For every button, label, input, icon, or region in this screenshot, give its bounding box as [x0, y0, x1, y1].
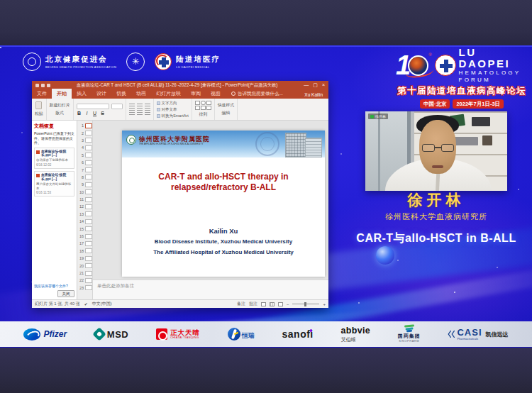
quick-access-toolbar[interactable] — [35, 84, 50, 87]
slide-thumbnail[interactable]: 4 — [77, 144, 92, 151]
letterbox-top — [0, 0, 532, 45]
close-button[interactable]: × — [322, 82, 325, 89]
slide-thumbnail-preview — [85, 285, 92, 290]
slide-thumbnail[interactable]: 10 — [77, 189, 92, 196]
speaker-affiliation: 徐州医科大学血液病研究所 — [358, 211, 514, 222]
bold-button[interactable]: B — [77, 111, 82, 116]
strikethrough-button[interactable]: S — [100, 111, 106, 116]
forum-logo-row: 1 ® LU DAOPEI HEMATOLOGY FORUM — [396, 47, 528, 84]
slide-thumbnail[interactable]: 17 — [77, 240, 92, 247]
slide-thumbnail[interactable]: 13 — [77, 211, 92, 218]
slide-thumbnail[interactable]: 15 — [77, 225, 92, 232]
tab-开始[interactable]: 开始 — [52, 89, 72, 99]
tab-切换[interactable]: 切换 — [111, 89, 131, 99]
slide-thumbnail-number: 7 — [79, 168, 84, 172]
tab-插入[interactable]: 插入 — [72, 89, 92, 99]
slide-thumbnail[interactable]: 22 — [77, 277, 92, 284]
tab-幻灯片放映[interactable]: 幻灯片放映 — [151, 89, 186, 99]
tab-动画[interactable]: 动画 — [131, 89, 151, 99]
slide-thumbnail[interactable]: 18 — [77, 248, 92, 255]
recovery-close-button[interactable]: 关闭 — [57, 290, 74, 297]
sinopharm-logo-icon — [404, 325, 415, 333]
slides-group: 新建幻灯片 版式 — [47, 99, 74, 120]
quick-styles-button[interactable]: 快速样式 — [218, 102, 234, 109]
align-text-button[interactable]: 对齐文本 — [157, 107, 189, 112]
language-indicator[interactable]: 中文(中国) — [92, 301, 112, 307]
slide-thumbnail[interactable]: 23 — [77, 284, 92, 292]
align-right-icon[interactable] — [145, 110, 150, 115]
reading-view-icon[interactable] — [278, 302, 283, 306]
slide-thumbnail[interactable]: 6 — [77, 159, 92, 166]
hengrui-name: 恒瑞 — [242, 331, 255, 341]
tab-设计[interactable]: 设计 — [92, 89, 111, 99]
recovery-help-link[interactable]: 我应该保存哪个文件? — [34, 284, 74, 288]
slide-thumbnail[interactable]: 5 — [77, 152, 92, 159]
slide-thumbnail[interactable]: 11 — [77, 196, 92, 203]
notes-pane[interactable]: 单击此处添加备注 — [93, 279, 328, 299]
slide-thumbnail-preview — [85, 138, 92, 143]
undo-icon[interactable] — [35, 84, 39, 87]
font-name-combobox[interactable] — [77, 104, 109, 109]
slide-thumbnail[interactable]: 14 — [77, 218, 92, 225]
slide-canvas[interactable]: 徐州医科大学附属医院 THE AFFILIATED HOSPITAL OF XU… — [122, 131, 325, 277]
slide-thumbnail[interactable]: 7 — [77, 166, 92, 173]
shapes-gallery[interactable] — [195, 101, 211, 110]
slide-thumbnail-preview — [85, 211, 92, 216]
numbered-list-icon[interactable] — [137, 104, 143, 109]
edit-group-label[interactable]: 编辑 — [218, 110, 234, 116]
new-slide-button[interactable]: 新建幻灯片 — [50, 102, 70, 109]
minimize-button[interactable]: — — [304, 82, 309, 89]
slide-thumbnail-preview — [85, 197, 92, 202]
slide-sorter-view-icon[interactable] — [270, 302, 275, 306]
slide-thumbnail[interactable]: 20 — [77, 262, 92, 269]
slide-thumbnail[interactable]: 12 — [77, 203, 92, 210]
comments-toggle-button[interactable]: 批注 — [249, 301, 257, 307]
layout-button[interactable]: 版式 — [50, 110, 70, 116]
zoom-in-button[interactable]: + — [323, 302, 326, 306]
slide-thumbnail[interactable]: 1 — [77, 122, 92, 129]
paste-icon[interactable] — [35, 101, 42, 109]
smartart-button[interactable]: 转换为SmartArt — [157, 114, 189, 118]
slide-thumbnail[interactable]: 8 — [77, 174, 92, 181]
paste-label[interactable]: 粘贴 — [35, 111, 43, 117]
msd-logo-icon — [92, 327, 106, 341]
italic-button[interactable]: I — [84, 111, 90, 116]
zoom-slider-thumb[interactable] — [304, 302, 306, 306]
spellcheck-icon[interactable]: ✔ — [84, 301, 88, 306]
slide-thumbnail-panel[interactable]: 1234567891011121314151617181920212223 — [77, 121, 93, 299]
save-icon[interactable] — [41, 84, 45, 87]
align-center-icon[interactable] — [137, 110, 143, 115]
text-direction-button[interactable]: 文字方向 — [157, 101, 189, 106]
zoom-slider[interactable] — [292, 304, 319, 304]
normal-view-icon[interactable] — [261, 302, 266, 306]
notes-toggle-button[interactable]: 备注 — [237, 301, 245, 307]
arrange-button[interactable]: 排列 — [195, 111, 211, 118]
slide-thumbnail[interactable]: 16 — [77, 233, 92, 240]
forum-logo: 1 ® LU DAOPEI HEMATOLOGY FORUM 第十届陆道培血液病… — [396, 47, 528, 109]
slide-thumbnail-number: 6 — [79, 160, 84, 165]
maximize-button[interactable]: ▢ — [313, 82, 318, 89]
recovered-file-item[interactable]: 血液病论坛-徐院长.ppt [...]自动保存下创建的版本6/16 12:02 — [34, 148, 74, 170]
slide-thumbnail[interactable]: 9 — [77, 181, 92, 188]
tell-me-box[interactable]: 告诉我您想要做什么... — [231, 91, 283, 99]
slide-thumbnail[interactable]: 3 — [77, 137, 92, 144]
speaker-glasses — [422, 144, 454, 153]
slide-thumbnail-preview — [85, 182, 92, 187]
align-left-icon[interactable] — [129, 110, 135, 115]
underline-button[interactable]: U — [92, 111, 98, 116]
tab-审阅[interactable]: 审阅 — [186, 89, 206, 99]
slide-thumbnail-number: 4 — [79, 145, 84, 150]
font-size-combobox[interactable] — [111, 104, 123, 109]
account-name[interactable]: Xu Kailin — [304, 92, 323, 99]
indent-icon[interactable] — [145, 104, 150, 109]
slide-thumbnail[interactable]: 2 — [77, 129, 92, 136]
recovered-file-item[interactable]: 血液病论坛-徐院长.ppt [...]用户保存文件时创建的版本6/16 11:5… — [34, 171, 74, 196]
zoom-out-button[interactable]: − — [287, 302, 289, 306]
slide-thumbnail[interactable]: 19 — [77, 255, 92, 262]
sponsor-abbvie: abbvie 艾伯维 — [341, 326, 370, 342]
tab-视图[interactable]: 视图 — [206, 89, 226, 99]
tab-文件[interactable]: 文件 — [32, 89, 52, 99]
bullet-list-icon[interactable] — [129, 104, 135, 109]
smartart-icon — [157, 114, 160, 118]
slide-thumbnail[interactable]: 21 — [77, 270, 92, 277]
